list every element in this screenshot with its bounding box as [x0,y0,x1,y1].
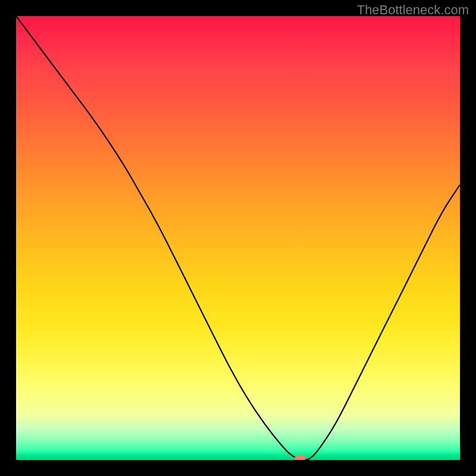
watermark-text: TheBottleneck.com [357,2,469,18]
bottleneck-curve [16,16,460,460]
optimal-point-marker [295,455,305,460]
plot-area [16,16,460,460]
